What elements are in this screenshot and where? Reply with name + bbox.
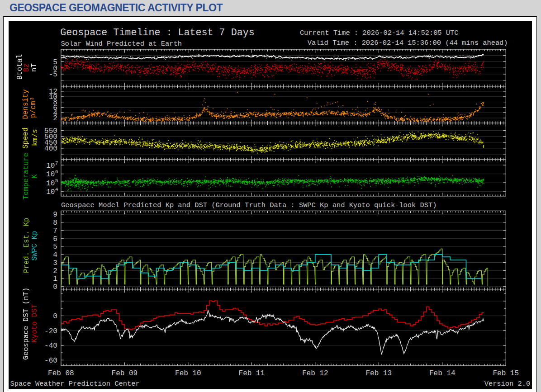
svg-text:10: 10 <box>46 188 55 196</box>
svg-text:Feb 13: Feb 13 <box>366 369 392 378</box>
svg-text:550: 550 <box>44 127 57 135</box>
svg-text:8: 8 <box>53 219 57 227</box>
svg-text:km/s: km/s <box>31 129 39 146</box>
svg-text:Kyoto DST: Kyoto DST <box>31 304 39 343</box>
svg-text:Bz: Bz <box>23 63 31 72</box>
svg-text:2: 2 <box>53 267 57 275</box>
svg-text:9: 9 <box>53 211 57 219</box>
svg-text:Feb 11: Feb 11 <box>239 369 265 378</box>
svg-text:Feb 09: Feb 09 <box>112 369 138 378</box>
svg-text:5: 5 <box>53 243 57 251</box>
svg-text:-40: -40 <box>44 342 57 350</box>
svg-text:p/cm³: p/cm³ <box>29 96 38 118</box>
svg-text:-60: -60 <box>44 357 57 365</box>
svg-text:Feb 14: Feb 14 <box>429 369 456 378</box>
svg-text:1: 1 <box>53 275 57 283</box>
svg-text:Geospace Timeline : Latest 7 D: Geospace Timeline : Latest 7 Days <box>60 27 254 38</box>
svg-text:12: 12 <box>49 88 57 96</box>
svg-text:3: 3 <box>53 259 57 267</box>
svg-text:10: 10 <box>46 161 55 170</box>
svg-text:Valid Time : 2026-02-14 15:36:: Valid Time : 2026-02-14 15:36:00 (44 min… <box>308 39 508 47</box>
svg-text:SWPC Kp: SWPC Kp <box>31 231 39 260</box>
svg-text:K: K <box>31 174 39 179</box>
svg-text:Geospace DST (nT): Geospace DST (nT) <box>22 287 30 359</box>
svg-text:Density: Density <box>22 89 30 119</box>
svg-text:10: 10 <box>46 170 55 179</box>
svg-text:Feb 15: Feb 15 <box>493 369 519 378</box>
svg-text:6: 6 <box>55 169 58 175</box>
svg-text:Speed: Speed <box>22 127 30 148</box>
svg-text:Version 2.0: Version 2.0 <box>484 380 531 388</box>
svg-text:0: 0 <box>53 312 57 321</box>
svg-text:6: 6 <box>53 235 57 243</box>
svg-text:7: 7 <box>55 160 58 165</box>
svg-text:nT: nT <box>30 63 38 72</box>
svg-text:Solar Wind Predicted at Earth: Solar Wind Predicted at Earth <box>61 39 182 47</box>
svg-text:4: 4 <box>53 251 57 259</box>
svg-text:-5: -5 <box>49 71 57 79</box>
svg-text:10: 10 <box>46 179 55 187</box>
svg-text:Temperature: Temperature <box>22 152 30 199</box>
svg-text:Pred. Est. Kp: Pred. Est. Kp <box>23 217 31 273</box>
svg-text:Space Weather Prediction Cente: Space Weather Prediction Center <box>10 380 140 388</box>
svg-text:7: 7 <box>53 227 57 235</box>
svg-text:-20: -20 <box>44 327 57 335</box>
svg-text:Feb 12: Feb 12 <box>302 369 328 378</box>
svg-text:Feb 08: Feb 08 <box>48 369 74 378</box>
svg-text:Current Time : 2026-02-14 14:5: Current Time : 2026-02-14 14:52:05 UTC <box>300 28 459 37</box>
svg-text:4: 4 <box>55 186 58 192</box>
svg-text:Geospace Model Predicted Kp an: Geospace Model Predicted Kp and DST (Gro… <box>61 201 437 209</box>
svg-text:Feb 10: Feb 10 <box>175 369 201 378</box>
svg-text:0: 0 <box>53 283 57 291</box>
svg-text:5: 5 <box>55 177 58 183</box>
